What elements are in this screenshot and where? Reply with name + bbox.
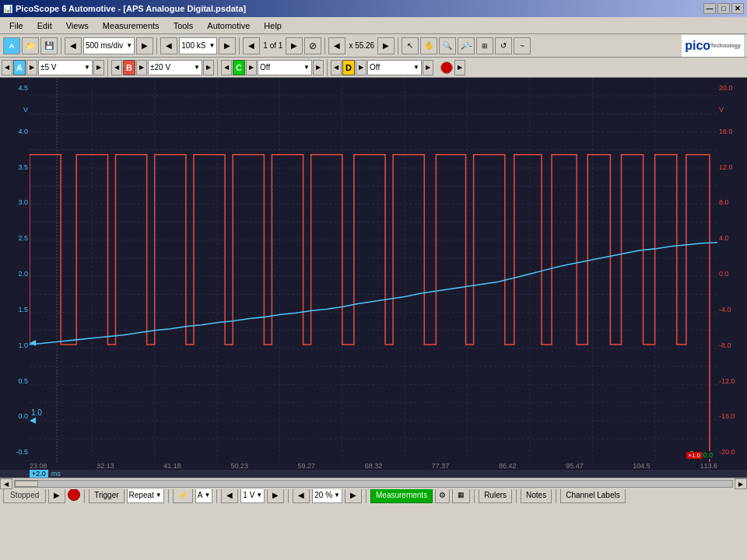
zoom-fit-btn[interactable]: ⊞ [476, 37, 493, 54]
ch-c-right-btn[interactable]: ▶ [246, 60, 257, 75]
ch-d-range-right-btn[interactable]: ▶ [423, 60, 433, 75]
channel-a-block: ◀ A ▶ ±5 V ▼ ▶ [2, 59, 104, 76]
scroll-left-btn[interactable]: ◀ [0, 478, 12, 489]
svg-text:1.0: 1.0 [31, 408, 42, 417]
ch-c-range-dropdown[interactable]: Off ▼ [258, 60, 312, 75]
menu-edit[interactable]: Edit [31, 19, 58, 32]
save-file-btn[interactable]: 💾 [40, 37, 58, 54]
samples-dropdown[interactable]: 100 kS ▼ [179, 37, 217, 54]
samples-right-btn[interactable]: ▶ [219, 37, 236, 54]
stop-btn[interactable] [68, 488, 80, 501]
ch-b-label[interactable]: B [123, 60, 135, 75]
y-left-top: 4.5 [2, 84, 28, 92]
record-btn[interactable] [440, 61, 453, 74]
channel-b-block: ◀ B ▶ ±20 V ▼ ▶ [111, 59, 214, 76]
scroll-track[interactable] [14, 480, 733, 488]
y-left-4: 4.0 [2, 128, 28, 135]
scrollbar-area: ◀ ▶ [0, 478, 747, 489]
ch-a-range-dropdown[interactable]: ±5 V ▼ [38, 60, 93, 75]
page-next-btn[interactable]: ▶ [286, 37, 303, 54]
channel-c-block: ◀ C ▶ Off ▼ ▶ [221, 59, 324, 76]
channel-bar: ◀ A ▶ ±5 V ▼ ▶ ◀ B ▶ ±20 V ▼ ▶ ◀ C ▶ Off… [0, 58, 747, 78]
yaxis-left: 4.5 V 4.0 3.5 3.0 2.5 2.0 1.5 1.0 0.5 0.… [0, 78, 30, 462]
ch-a-left-btn[interactable]: ◀ [2, 60, 12, 75]
menu-file[interactable]: File [3, 19, 30, 32]
titlebar-buttons: — □ ✕ [703, 3, 744, 14]
menu-help[interactable]: Help [258, 19, 288, 32]
time-unit-label: ms [51, 470, 61, 478]
ch-c-left-btn[interactable]: ◀ [221, 60, 232, 75]
ch-c-label[interactable]: C [233, 60, 245, 75]
timebase-left-btn[interactable]: ◀ [65, 37, 82, 54]
menu-automotive[interactable]: Automotive [201, 19, 256, 32]
samples-left-btn[interactable]: ◀ [160, 37, 177, 54]
titlebar: 📊 PicoScope 6 Automotive - [APS Analogue… [0, 0, 747, 17]
menu-measurements[interactable]: Measurements [96, 19, 166, 32]
ch-d-right-btn[interactable]: ▶ [356, 60, 366, 75]
maximize-button[interactable]: □ [717, 3, 730, 14]
close-button[interactable]: ✕ [731, 3, 744, 14]
page-prev-btn[interactable]: ◀ [243, 37, 260, 54]
undo-btn[interactable]: ↺ [495, 37, 512, 54]
ch-b-left-btn[interactable]: ◀ [111, 60, 122, 75]
signal-gen-btn[interactable]: ~ [514, 37, 531, 54]
xaxis: 23.08 32.13 41.18 50.23 59.27 68.32 77.3… [0, 462, 747, 470]
scroll-thumb[interactable] [15, 481, 38, 487]
ch-d-left-btn[interactable]: ◀ [331, 60, 342, 75]
x-next-btn[interactable]: ▶ [377, 37, 395, 54]
x-prev-btn[interactable]: ◀ [328, 37, 345, 54]
ch-a-label[interactable]: A [13, 60, 26, 75]
time-value-box: +2.0 [30, 470, 48, 478]
scope-container: 4.5 V 4.0 3.5 3.0 2.5 2.0 1.5 1.0 0.5 0.… [0, 78, 747, 462]
scope-area: 4.5 V 4.0 3.5 3.0 2.5 2.0 1.5 1.0 0.5 0.… [0, 78, 747, 482]
open-file-btn[interactable]: 📁 [22, 37, 39, 54]
ch-d-corner: ×1.0 [686, 450, 702, 459]
zoom-out-btn[interactable]: 🔎- [458, 37, 475, 54]
ch-d-label[interactable]: D [342, 60, 355, 75]
record-more-btn[interactable]: ▶ [454, 60, 465, 75]
menu-views[interactable]: Views [60, 19, 95, 32]
ch-d-range-dropdown[interactable]: Off ▼ [367, 60, 422, 75]
cursor-tool-btn[interactable]: ↖ [402, 37, 419, 54]
yaxis-right: 20.0 V 16.0 12.0 8.0 4.0 0.0 -4.0 -8.0 -… [717, 78, 747, 462]
main-toolbar: A 📁 💾 ◀ 500 ms/div ▼ ▶ ◀ 100 kS ▼ ▶ ◀ 1 … [0, 34, 747, 58]
ch-c-range-right-btn[interactable]: ▶ [313, 60, 324, 75]
timeunit-bar: +2.0 ms [0, 470, 747, 478]
timebase-dropdown[interactable]: 500 ms/div ▼ [83, 37, 135, 54]
ch-b-right-btn[interactable]: ▶ [136, 60, 147, 75]
menu-tools[interactable]: Tools [167, 19, 200, 32]
stop-circle-btn[interactable]: ⊘ [304, 37, 321, 54]
scope-canvas[interactable]: 1.0 20.0 ×1.0 [30, 78, 717, 462]
timebase-right-btn[interactable]: ▶ [136, 37, 153, 54]
ch-b-range-right-btn[interactable]: ▶ [203, 60, 214, 75]
channel-a-icon-btn[interactable]: A [3, 37, 20, 54]
svg-rect-0 [30, 78, 717, 462]
menubar: File Edit Views Measurements Tools Autom… [0, 17, 747, 34]
minimize-button[interactable]: — [703, 3, 716, 14]
pico-logo: pico Technology [682, 35, 744, 57]
channel-d-block: ◀ D ▶ Off ▼ ▶ ▶ [331, 59, 465, 76]
ch-a-right-btn[interactable]: ▶ [26, 60, 37, 75]
x-value-label: x 55.26 [347, 41, 376, 50]
app-icon: 📊 [3, 5, 12, 13]
scroll-right-btn[interactable]: ▶ [735, 478, 747, 489]
pan-tool-btn[interactable]: ✋ [420, 37, 437, 54]
zoom-in-btn[interactable]: 🔍 [439, 37, 456, 54]
page-label: 1 of 1 [261, 41, 284, 50]
ch-a-range-right-btn[interactable]: ▶ [93, 60, 104, 75]
window-title: PicoScope 6 Automotive - [APS Analogue D… [16, 4, 246, 13]
ch-b-range-dropdown[interactable]: ±20 V ▼ [148, 60, 202, 75]
